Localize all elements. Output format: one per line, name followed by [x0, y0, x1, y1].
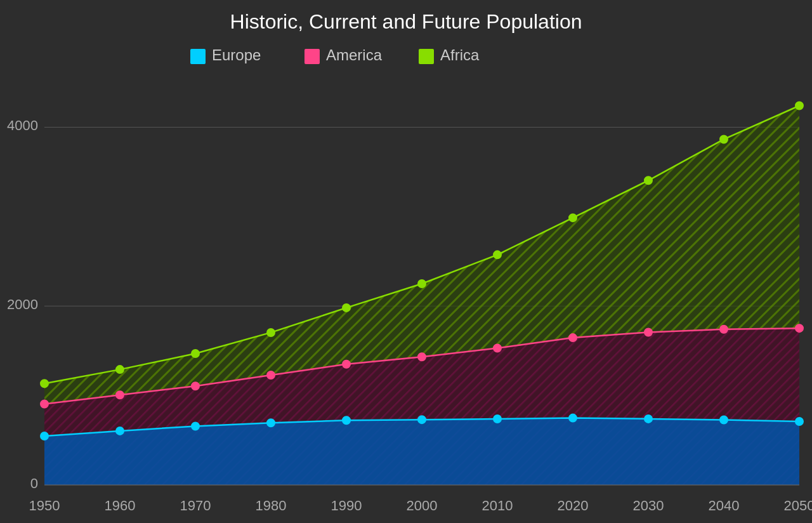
- svg-point-33: [569, 214, 577, 222]
- svg-text:1960: 1960: [105, 498, 136, 513]
- svg-point-41: [343, 361, 350, 368]
- svg-text:2000: 2000: [7, 296, 38, 312]
- svg-text:1980: 1980: [256, 498, 287, 513]
- svg-point-27: [116, 366, 124, 373]
- svg-point-58: [796, 418, 803, 425]
- svg-point-37: [41, 400, 48, 407]
- svg-text:2030: 2030: [633, 498, 664, 513]
- svg-point-31: [418, 280, 426, 288]
- svg-point-29: [267, 329, 275, 336]
- svg-point-48: [41, 432, 48, 440]
- svg-point-54: [494, 415, 501, 423]
- svg-point-30: [343, 304, 350, 312]
- svg-text:2040: 2040: [709, 498, 740, 513]
- chart-svg: 0200040001950196019701980199020002010202…: [0, 0, 812, 523]
- legend-marker-america: [304, 49, 320, 64]
- legend-marker-africa: [419, 49, 434, 64]
- svg-point-49: [116, 427, 124, 435]
- legend-label-africa: Africa: [440, 46, 480, 63]
- svg-point-42: [418, 353, 426, 361]
- svg-text:4000: 4000: [7, 117, 38, 133]
- svg-point-43: [494, 344, 501, 352]
- svg-point-44: [569, 334, 577, 341]
- legend-label-america: America: [326, 46, 383, 63]
- svg-point-51: [267, 419, 275, 427]
- svg-point-46: [720, 326, 728, 333]
- svg-text:1970: 1970: [180, 498, 211, 513]
- svg-point-38: [116, 391, 124, 399]
- legend-label-europe: Europe: [212, 46, 261, 63]
- svg-point-34: [645, 176, 652, 184]
- svg-text:1950: 1950: [29, 498, 60, 513]
- svg-point-28: [192, 350, 199, 357]
- svg-text:1990: 1990: [331, 498, 362, 513]
- svg-point-55: [569, 414, 577, 422]
- svg-point-50: [192, 422, 199, 430]
- svg-point-26: [41, 380, 48, 387]
- chart-title: Historic, Current and Future Population: [230, 10, 582, 33]
- svg-point-57: [720, 416, 728, 423]
- svg-point-35: [720, 135, 728, 143]
- svg-point-45: [645, 329, 652, 336]
- svg-point-39: [192, 382, 199, 390]
- svg-text:2020: 2020: [558, 498, 589, 513]
- svg-text:2050: 2050: [784, 498, 812, 513]
- svg-point-32: [494, 251, 501, 258]
- svg-text:0: 0: [30, 475, 38, 491]
- legend-marker-europe: [190, 49, 206, 64]
- svg-point-36: [796, 102, 803, 109]
- svg-point-52: [343, 416, 350, 424]
- svg-point-47: [796, 324, 803, 332]
- svg-point-53: [418, 416, 426, 423]
- svg-point-40: [267, 371, 275, 379]
- svg-point-56: [645, 415, 652, 423]
- svg-text:2010: 2010: [482, 498, 513, 513]
- chart-container: 0200040001950196019701980199020002010202…: [0, 0, 812, 523]
- svg-text:2000: 2000: [407, 498, 438, 513]
